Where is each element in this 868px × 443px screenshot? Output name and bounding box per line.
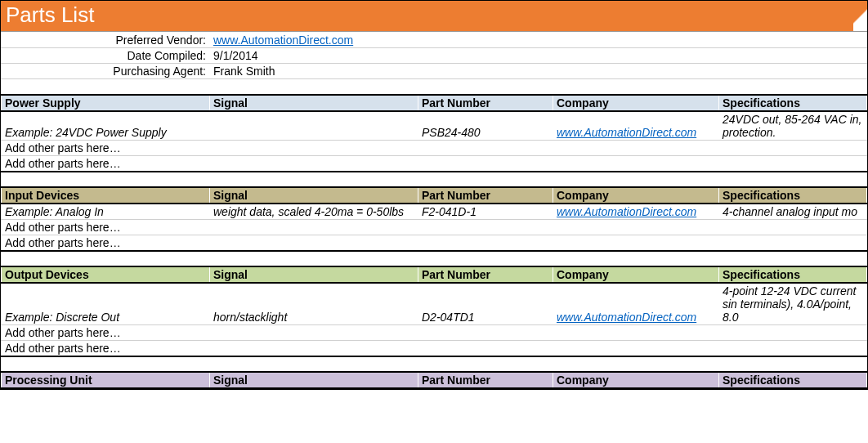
meta-row-date: Date Compiled: 9/1/2014 [2,48,867,64]
section-header-output: Output Devices Signal Part Number Compan… [2,266,867,283]
meta-date-label: Date Compiled: [2,48,210,64]
cell-spec: 24VDC out, 85-264 VAC in, protection. [719,111,867,141]
meta-row-vendor: Preferred Vendor: www.AutomationDirect.c… [2,33,867,48]
cell-name: Example: Discrete Out [2,283,210,325]
col-part: Part Number [418,95,553,111]
parts-table: Preferred Vendor: www.AutomationDirect.c… [1,32,867,389]
table-row: Example: Analog In weight data, scaled 4… [2,204,867,220]
spacer-row [2,79,867,95]
vendor-link[interactable]: www.AutomationDirect.com [213,34,353,47]
meta-vendor-value[interactable]: www.AutomationDirect.com [210,33,418,48]
company-link[interactable]: www.AutomationDirect.com [557,205,696,218]
cell-part: F2-041D-1 [418,204,553,220]
section-header-power: Power Supply Signal Part Number Company … [2,95,867,111]
col-part: Part Number [418,372,553,388]
table-row: Add other parts here… [2,324,867,340]
col-signal: Signal [210,266,418,283]
cell-signal: horn/stacklight [210,283,418,325]
table-row: Add other parts here… [2,340,867,356]
table-row: Add other parts here… [2,140,867,155]
col-signal: Signal [210,187,418,204]
cell-signal: weight data, scaled 4-20ma = 0-50lbs [210,204,418,220]
col-company: Company [553,372,719,388]
cell-name: Add other parts here… [2,155,210,172]
col-spec: Specifications [719,95,867,111]
col-part: Part Number [418,266,553,283]
cell-part: D2-04TD1 [418,283,553,325]
cell-company[interactable]: www.AutomationDirect.com [553,111,719,141]
col-spec: Specifications [719,372,867,388]
cell-name: Add other parts here… [2,140,210,155]
meta-date-value: 9/1/2014 [210,48,418,64]
section-name: Input Devices [2,187,210,204]
cell-company[interactable]: www.AutomationDirect.com [553,204,719,220]
col-signal: Signal [210,372,418,388]
cell-name: Add other parts here… [2,235,210,251]
meta-vendor-label: Preferred Vendor: [2,33,210,48]
meta-agent-value: Frank Smith [210,64,418,79]
cell-name: Add other parts here… [2,324,210,340]
table-row: Add other parts here… [2,219,867,235]
section-header-input: Input Devices Signal Part Number Company… [2,187,867,204]
section-name: Power Supply [2,95,210,111]
table-row: Add other parts here… [2,155,867,172]
spacer-row [2,172,867,187]
meta-row-agent: Purchasing Agent: Frank Smith [2,64,867,79]
table-row: Add other parts here… [2,235,867,251]
spacer-row [2,356,867,372]
cell-spec: 4-point 12-24 VDC current sin terminals)… [719,283,867,325]
cell-name: Add other parts here… [2,219,210,235]
cell-name: Example: 24VDC Power Supply [2,111,210,141]
section-name: Processing Unit [2,372,210,388]
col-spec: Specifications [719,187,867,204]
spacer-row [2,251,867,266]
col-company: Company [553,95,719,111]
company-link[interactable]: www.AutomationDirect.com [557,311,696,324]
cell-spec: 4-channel analog input mo [719,204,867,220]
col-spec: Specifications [719,266,867,283]
col-signal: Signal [210,95,418,111]
col-company: Company [553,266,719,283]
col-company: Company [553,187,719,204]
page-title: Parts List [6,2,94,27]
section-name: Output Devices [2,266,210,283]
company-link[interactable]: www.AutomationDirect.com [557,126,696,139]
section-header-processing: Processing Unit Signal Part Number Compa… [2,372,867,388]
col-part: Part Number [418,187,553,204]
cell-name: Example: Analog In [2,204,210,220]
cell-company[interactable]: www.AutomationDirect.com [553,283,719,325]
meta-agent-label: Purchasing Agent: [2,64,210,79]
page-title-banner: Parts List [1,1,867,32]
cell-name: Add other parts here… [2,340,210,356]
cell-part: PSB24-480 [418,111,553,141]
